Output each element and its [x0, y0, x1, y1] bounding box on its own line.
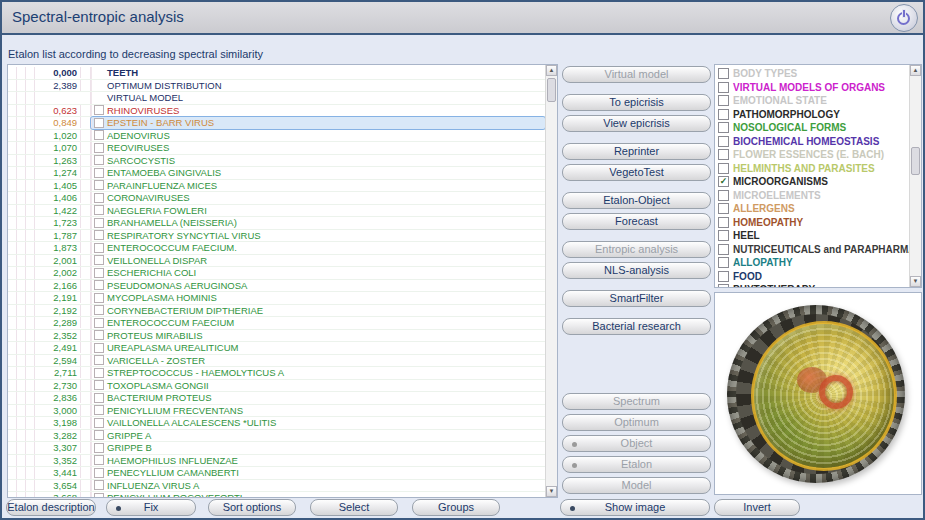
scroll-down-button[interactable]: ▼	[910, 276, 921, 287]
row-checkbox[interactable]	[94, 430, 104, 440]
list-scrollbar[interactable]: ▲ ▼	[545, 65, 557, 497]
row-checkbox[interactable]	[94, 118, 104, 128]
etalon-row[interactable]: 2,730TOXOPLASMA GONGII	[8, 380, 545, 393]
action-button[interactable]: Bacterial research	[562, 318, 711, 335]
etalon-row[interactable]: 0,623RHINOVIRUSES	[8, 105, 545, 118]
etalon-row[interactable]: 3,000PENICYLLIUM FRECVENTANS	[8, 405, 545, 418]
action-button[interactable]: Invert	[714, 499, 800, 516]
etalon-row[interactable]: 3,441PENECYLLIUM CAMANBERTI	[8, 467, 545, 480]
action-button[interactable]: Optimum	[562, 414, 711, 431]
scroll-down-button[interactable]: ▼	[546, 486, 557, 497]
etalon-row[interactable]: 1,274ENTAMOEBA GINGIVALIS	[8, 167, 545, 180]
row-checkbox[interactable]	[94, 155, 104, 165]
action-button[interactable]: Etalon-Object	[562, 192, 711, 209]
etalon-row[interactable]: 3,198VAILLONELLA ALCALESCENS *ULITIS	[8, 417, 545, 430]
action-button[interactable]: Fix	[106, 499, 196, 516]
action-button[interactable]: Entropic analysis	[562, 241, 711, 258]
category-item[interactable]: BODY TYPES	[718, 67, 909, 81]
action-button[interactable]: Show image	[560, 499, 710, 516]
category-item[interactable]: VIRTUAL MODELS OF ORGANS	[718, 81, 909, 95]
action-button[interactable]: Groups	[412, 499, 500, 516]
row-checkbox[interactable]	[94, 343, 104, 353]
row-checkbox[interactable]	[94, 180, 104, 190]
category-checkbox[interactable]	[718, 82, 729, 93]
etalon-row[interactable]: 2,711STREPTOCOCCUS - HAEMOLYTICUS A	[8, 367, 545, 380]
category-checkbox[interactable]	[718, 217, 729, 228]
category-item[interactable]: HOMEOPATHY	[718, 216, 909, 230]
action-button[interactable]: Reprinter	[562, 143, 711, 160]
category-checkbox[interactable]	[718, 122, 729, 133]
scroll-thumb[interactable]	[911, 147, 920, 175]
row-checkbox[interactable]	[94, 455, 104, 465]
action-button[interactable]: Spectrum	[562, 393, 711, 410]
row-checkbox[interactable]	[94, 305, 104, 315]
row-checkbox[interactable]	[94, 418, 104, 428]
action-button[interactable]: Sort options	[208, 499, 296, 516]
etalon-row[interactable]: 2,191MYCOPLASMA HOMINIS	[8, 292, 545, 305]
etalon-row[interactable]: 1,020ADENOVIRUS	[8, 130, 545, 143]
category-item[interactable]: BIOCHEMICAL HOMEOSTASIS	[718, 135, 909, 149]
action-button[interactable]: Model	[562, 477, 711, 494]
category-checkbox[interactable]	[718, 257, 729, 268]
etalon-row[interactable]: 2,192CORYNEBACTERIUM DIPTHERIAE	[8, 305, 545, 318]
category-item[interactable]: ✓MICROORGANISMS	[718, 175, 909, 189]
category-item[interactable]: HEEL	[718, 229, 909, 243]
etalon-row[interactable]: 2,002ESCHERICHIA COLI	[8, 267, 545, 280]
category-item[interactable]: FLOWER ESSENCES (E. BACH)	[718, 148, 909, 162]
row-checkbox[interactable]	[94, 268, 104, 278]
etalon-row[interactable]: 2,001VEILLONELLA DISPAR	[8, 255, 545, 268]
category-item[interactable]: ALLOPATHY	[718, 256, 909, 270]
row-checkbox[interactable]	[94, 480, 104, 490]
etalon-row[interactable]: VIRTUAL MODEL	[8, 92, 545, 105]
category-scrollbar[interactable]: ▲ ▼	[909, 65, 921, 287]
row-checkbox[interactable]	[94, 243, 104, 253]
etalon-row[interactable]: 1,422NAEGLERIA FOWLERI	[8, 205, 545, 218]
category-item[interactable]: NOSOLOGICAL FORMS	[718, 121, 909, 135]
category-checkbox[interactable]	[718, 271, 729, 282]
row-checkbox[interactable]	[94, 230, 104, 240]
category-checkbox[interactable]	[718, 68, 729, 79]
category-item[interactable]: EMOTIONAL STATE	[718, 94, 909, 108]
row-checkbox[interactable]	[94, 368, 104, 378]
etalon-row[interactable]: 1,787RESPIRATORY SYNCYTIAL VIRUS	[8, 230, 545, 243]
etalon-row[interactable]: 3,307GRIPPE B	[8, 442, 545, 455]
action-button[interactable]: Object	[562, 435, 711, 452]
etalon-row[interactable]: 2,836BACTERIUM PROTEUS	[8, 392, 545, 405]
row-checkbox[interactable]	[94, 205, 104, 215]
row-checkbox[interactable]	[94, 280, 104, 290]
category-checkbox[interactable]	[718, 190, 729, 201]
etalon-row[interactable]: 3,668PENICYLLIUM ROCOVEFORTI	[8, 492, 545, 497]
scroll-thumb[interactable]	[547, 78, 556, 102]
action-button[interactable]: VegetoTest	[562, 164, 711, 181]
etalon-row[interactable]: 2,352PROTEUS MIRABILIS	[8, 330, 545, 343]
category-checkbox[interactable]	[718, 109, 729, 120]
etalon-row[interactable]: 2,594VARICELLA - ZOSTER	[8, 355, 545, 368]
category-checkbox[interactable]	[718, 203, 729, 214]
etalon-row[interactable]: 2,491UREAPLASMA UREALITICUM	[8, 342, 545, 355]
scroll-up-button[interactable]: ▲	[910, 65, 921, 76]
row-checkbox[interactable]	[94, 168, 104, 178]
category-item[interactable]: MICROELEMENTS	[718, 189, 909, 203]
category-checkbox[interactable]	[718, 95, 729, 106]
etalon-row[interactable]: 1,405PARAINFLUENZA MICES	[8, 180, 545, 193]
category-checkbox[interactable]	[718, 163, 729, 174]
category-item[interactable]: NUTRICEUTICALS and PARAPHARMACEUTICALS	[718, 243, 909, 257]
row-checkbox[interactable]	[94, 380, 104, 390]
etalon-row[interactable]: 2,166PSEUDOMONAS AERUGINOSA	[8, 280, 545, 293]
category-checkbox[interactable]	[718, 284, 729, 287]
etalon-row[interactable]: 0,849EPSTEIN - BARR VIRUS	[8, 117, 545, 130]
row-checkbox[interactable]	[94, 218, 104, 228]
category-item[interactable]: PHYTOTHERAPY	[718, 283, 909, 287]
action-button[interactable]: Etalon	[562, 456, 711, 473]
scroll-up-button[interactable]: ▲	[546, 65, 557, 76]
action-button[interactable]: Etalon description	[6, 499, 96, 516]
category-item[interactable]: FOOD	[718, 270, 909, 284]
row-checkbox[interactable]	[94, 293, 104, 303]
action-button[interactable]: SmartFilter	[562, 290, 711, 307]
etalon-row[interactable]: 3,282GRIPPE A	[8, 430, 545, 443]
row-checkbox[interactable]	[94, 493, 104, 497]
etalon-row[interactable]: 1,723BRANHAMELLA (NEISSERIA)	[8, 217, 545, 230]
row-checkbox[interactable]	[94, 318, 104, 328]
etalon-row[interactable]: 3,352HAEMOPHILUS INFLUENZAE	[8, 455, 545, 468]
etalon-row[interactable]: 1,263SARCOCYSTIS	[8, 155, 545, 168]
